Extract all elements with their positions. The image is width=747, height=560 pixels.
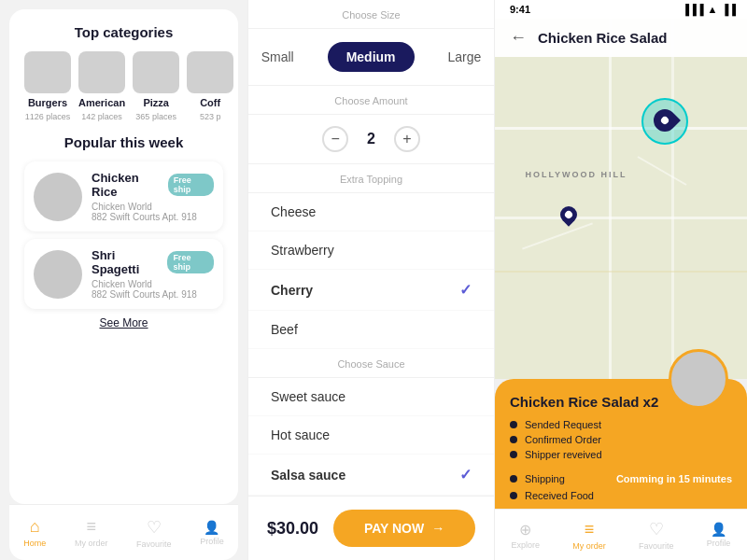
choose-amount-header: Choose Amount bbox=[248, 86, 494, 115]
categories-grid: Burgers 1126 places American 142 places … bbox=[24, 51, 223, 121]
bottom-nav-panel1: ⌂ Home ≡ My order ♡ Favourite 👤 Profile bbox=[9, 504, 238, 560]
category-count: 523 p bbox=[200, 112, 221, 121]
see-more-link[interactable]: See More bbox=[24, 316, 223, 329]
step-label: Confirmed Order bbox=[525, 434, 601, 445]
sauce-sweet[interactable]: Sweet sauce bbox=[248, 378, 494, 416]
free-ship-badge: Free ship bbox=[167, 251, 214, 273]
sauce-hot-label: Hot sauce bbox=[271, 427, 330, 442]
step-label: Shipper reveived bbox=[525, 449, 602, 460]
nav-favourite[interactable]: ♡ Favourite bbox=[136, 517, 172, 549]
signal-icon: ▐▐▐ bbox=[682, 4, 703, 15]
step-sended: Sended Request bbox=[510, 419, 732, 430]
heart-icon: ♡ bbox=[649, 519, 664, 539]
rider-avatar bbox=[669, 349, 728, 409]
nav-explore-label: Explore bbox=[512, 540, 541, 550]
battery-icon: ▐▐ bbox=[721, 4, 736, 15]
topping-beef-label: Beef bbox=[271, 322, 298, 337]
food-thumbnail bbox=[34, 250, 82, 299]
category-thumb bbox=[24, 51, 71, 93]
category-thumb bbox=[187, 51, 233, 93]
choose-sauce-header: Choose Sauce bbox=[248, 349, 494, 378]
wifi-icon: ▲ bbox=[708, 4, 718, 15]
topping-strawberry[interactable]: Strawberry bbox=[248, 231, 494, 270]
sauce-hot[interactable]: Hot sauce bbox=[248, 416, 494, 455]
sauce-salsa-label: Salsa sauce bbox=[271, 468, 345, 483]
nav-profile3[interactable]: 👤 Profile bbox=[707, 522, 731, 548]
food-item-chicken-rice[interactable]: Chicken Rice Free ship Chicken World 882… bbox=[24, 161, 223, 231]
food-item-spagetti[interactable]: Shri Spagetti Free ship Chicken World 88… bbox=[24, 239, 223, 309]
payment-footer: $30.00 PAY NOW → bbox=[248, 496, 494, 560]
size-selector: Small Medium Large bbox=[248, 29, 494, 86]
step-dot-icon bbox=[510, 436, 517, 443]
topping-cheese-label: Cheese bbox=[271, 204, 316, 219]
nav-explore[interactable]: ⊕ Explore bbox=[512, 521, 541, 550]
category-name: Coff bbox=[200, 97, 220, 108]
decrease-amount-btn[interactable]: − bbox=[322, 126, 348, 152]
step-dot-icon bbox=[510, 421, 517, 428]
step-dot-icon bbox=[510, 451, 517, 458]
categories-title: Top categories bbox=[24, 24, 223, 40]
back-button[interactable]: ← bbox=[510, 28, 527, 48]
customize-panel: Choose Size Small Medium Large Choose Am… bbox=[247, 0, 495, 560]
topping-beef[interactable]: Beef bbox=[248, 311, 494, 349]
step-shipping: Shipping bbox=[510, 473, 616, 484]
size-medium-btn[interactable]: Medium bbox=[328, 42, 415, 72]
food-details: Chicken Rice Free ship Chicken World 882… bbox=[92, 171, 214, 222]
extra-topping-header: Extra Topping bbox=[248, 164, 494, 193]
shipping-row: Shipping Comming in 15 minutes bbox=[510, 468, 732, 490]
category-name: Burgers bbox=[28, 97, 67, 108]
category-burgers[interactable]: Burgers 1126 places bbox=[24, 51, 71, 121]
map-title: Chicken Rice Salad bbox=[538, 30, 667, 46]
nav-profile[interactable]: 👤 Profile bbox=[200, 520, 224, 546]
profile-icon: 👤 bbox=[711, 522, 726, 537]
category-name: Pizza bbox=[143, 97, 169, 108]
order-status-card: Chicken Rice Salad x2 Sended Request Con… bbox=[495, 379, 747, 509]
topping-cherry-label: Cherry bbox=[271, 283, 313, 298]
choose-size-header: Choose Size bbox=[248, 0, 494, 29]
food-thumbnail bbox=[34, 173, 82, 221]
tracking-panel: 9:41 ▐▐▐ ▲ ▐▐ ← Chicken Rice Salad HOLLY… bbox=[495, 0, 747, 560]
food-restaurant: Chicken World bbox=[92, 202, 214, 212]
food-address: 882 Swift Courts Apt. 918 bbox=[92, 289, 214, 300]
home-panel: Top categories Burgers 1126 places Ameri… bbox=[0, 0, 247, 560]
eta-label: Comming in 15 minutes bbox=[616, 473, 732, 484]
order-icon: ≡ bbox=[86, 517, 96, 537]
topping-cheese[interactable]: Cheese bbox=[248, 193, 494, 231]
size-large-btn[interactable]: Large bbox=[430, 42, 495, 72]
order-steps: Sended Request Confirmed Order Shipper r… bbox=[510, 419, 732, 460]
increase-amount-btn[interactable]: + bbox=[394, 126, 420, 152]
step-label: Received Food bbox=[525, 490, 594, 501]
home-content: Top categories Burgers 1126 places Ameri… bbox=[9, 9, 238, 504]
map-header: ← Chicken Rice Salad bbox=[495, 19, 747, 57]
nav-myorder3[interactable]: ≡ My order bbox=[572, 520, 606, 551]
map-area[interactable]: ← Chicken Rice Salad HOLLYWOOD HILL bbox=[495, 19, 747, 379]
food-name: Chicken Rice bbox=[92, 171, 162, 199]
category-coffee[interactable]: Coff 523 p bbox=[187, 51, 233, 121]
category-american[interactable]: American 142 places bbox=[78, 51, 125, 121]
status-icons: ▐▐▐ ▲ ▐▐ bbox=[682, 4, 736, 15]
step-received: Received Food bbox=[510, 490, 732, 509]
home-icon: ⌂ bbox=[30, 517, 40, 537]
category-pizza[interactable]: Pizza 365 places bbox=[133, 51, 179, 121]
sauce-checkmark-icon: ✓ bbox=[459, 466, 472, 483]
topping-strawberry-label: Strawberry bbox=[271, 243, 334, 258]
order-icon-active: ≡ bbox=[585, 520, 595, 539]
category-count: 142 places bbox=[81, 112, 122, 121]
food-name-row: Chicken Rice Free ship bbox=[92, 171, 214, 199]
nav-favourite3-label: Favourite bbox=[639, 541, 674, 551]
pay-now-button[interactable]: PAY NOW → bbox=[333, 510, 475, 547]
topping-cherry[interactable]: Cherry ✓ bbox=[248, 270, 494, 311]
sauce-sweet-label: Sweet sauce bbox=[271, 389, 345, 404]
nav-favourite3[interactable]: ♡ Favourite bbox=[639, 519, 674, 551]
nav-home-label: Home bbox=[23, 539, 46, 548]
nav-home[interactable]: ⌂ Home bbox=[23, 517, 46, 548]
size-small-btn[interactable]: Small bbox=[247, 42, 313, 72]
nav-myorder[interactable]: ≡ My order bbox=[75, 517, 108, 548]
checkmark-icon: ✓ bbox=[459, 281, 472, 299]
step-shipping-label: Shipping bbox=[525, 473, 565, 484]
status-bar: 9:41 ▐▐▐ ▲ ▐▐ bbox=[495, 0, 747, 19]
sauce-salsa[interactable]: Salsa sauce ✓ bbox=[248, 455, 494, 496]
step-shipper: Shipper reveived bbox=[510, 449, 732, 460]
food-address: 882 Swift Courts Apt. 918 bbox=[92, 212, 214, 222]
category-count: 1126 places bbox=[25, 112, 71, 121]
